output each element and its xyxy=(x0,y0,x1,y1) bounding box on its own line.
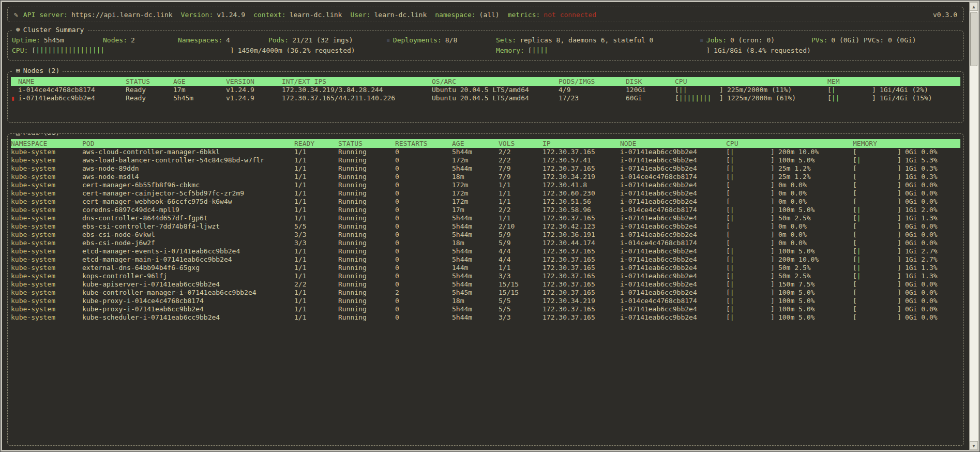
summary-usage-row: CPU:[|||||||||||||||||]1450m/4000m (36.2… xyxy=(11,46,960,56)
topbar: ✎ API server:https://api.learn-dc.linkVe… xyxy=(7,7,964,22)
pod-row[interactable]: kube-systemebs-csi-node-j6w2f3/3Running0… xyxy=(11,239,960,247)
cluster-memory-usage: Memory:[||||]1Gi/8Gi (8.4% requested) xyxy=(496,46,811,54)
cell-ip: 172.30.36.191 xyxy=(542,231,620,239)
cell-ip: 172.30.44.174 xyxy=(542,239,620,247)
vertical-scrollbar[interactable]: ▲ ▼ xyxy=(969,2,978,450)
pod-row[interactable]: kube-systemaws-cloud-controller-manager-… xyxy=(11,148,960,156)
cell-namespace: kube-system xyxy=(11,198,82,206)
cell-status: Running xyxy=(338,156,395,164)
stat-label: Jobs: xyxy=(706,36,727,44)
cell-cpu: []0m 0.0% xyxy=(726,222,853,231)
pod-cpu-bar-track: | xyxy=(730,305,771,313)
cell-restarts: 0 xyxy=(395,247,452,255)
pod-row[interactable]: kube-systemkube-controller-manager-i-071… xyxy=(11,289,960,297)
pods-table-header: NAMESPACEPODREADYSTATUSRESTARTSAGEVOLSIP… xyxy=(11,139,960,148)
pod-memory-bar: []0Gi 0.0% xyxy=(853,222,938,230)
pod-row[interactable]: kube-systemaws-load-balancer-controller-… xyxy=(11,156,960,164)
bracket-open: [ xyxy=(726,247,730,255)
node-row[interactable]: i-014ce4c4768cb8174Ready17mv1.24.9172.30… xyxy=(11,86,960,94)
pod-row[interactable]: kube-systemkops-controller-96lfj1/1Runni… xyxy=(11,272,960,280)
cell-status: Running xyxy=(338,214,395,222)
cell-restarts: 0 xyxy=(395,255,452,264)
cell-age: 5h44m xyxy=(452,305,499,313)
pod-row[interactable]: kube-systemkube-proxy-i-07141eab6cc9bb2e… xyxy=(11,305,960,313)
node-row-gutter xyxy=(11,86,18,94)
cpu-label: CPU: xyxy=(12,47,28,54)
cell-restarts: 0 xyxy=(395,280,452,289)
pod-memory-bar: []0Gi 0.0% xyxy=(853,181,938,189)
topbar-segment-value: learn-dc.link xyxy=(374,11,427,19)
scroll-up-button[interactable]: ▲ xyxy=(970,2,978,11)
cell-cpu: [|]50m 2.5% xyxy=(726,214,853,222)
col-memory: MEMORY xyxy=(853,139,960,148)
pod-row[interactable]: kube-systemcert-manager-6b55fb8f96-cbkmc… xyxy=(11,181,960,189)
topbar-segment-label: Version: xyxy=(181,11,214,19)
stat-label: Sets: xyxy=(496,36,516,44)
pod-memory-bar: []0Gi 0.0% xyxy=(853,148,938,156)
pod-row[interactable]: kube-systemetcd-manager-main-i-07141eab6… xyxy=(11,255,960,264)
cell-pod: kube-scheduler-i-07141eab6cc9bb2e4 xyxy=(82,313,294,322)
pod-row[interactable]: kube-systemkube-proxy-i-014ce4c4768cb817… xyxy=(11,297,960,305)
cell-age: 5h45m xyxy=(452,289,499,297)
cell-node: i-07141eab6cc9bb2e4 xyxy=(620,280,726,289)
cell-restarts: 0 xyxy=(395,206,452,214)
cell-memory: []0Gi 0.0% xyxy=(853,198,960,206)
stat-label: Uptime: xyxy=(12,36,40,44)
col-cpu: CPU xyxy=(726,139,853,148)
node-cpu-bar-value: 1225m/2000m (61%) xyxy=(727,94,796,102)
cell-age: 5h44m xyxy=(452,255,499,264)
pod-memory-bar: []0Gi 0.0% xyxy=(853,280,938,288)
stat-value: 2 xyxy=(131,36,135,44)
pod-row[interactable]: kube-systemkube-apiserver-i-07141eab6cc9… xyxy=(11,280,960,289)
cell-node: i-07141eab6cc9bb2e4 xyxy=(620,272,726,280)
bracket-close: ] xyxy=(897,272,901,280)
pod-cpu-bar-value: 150m 7.5% xyxy=(778,280,815,288)
cell-pod: kube-apiserver-i-07141eab6cc9bb2e4 xyxy=(82,280,294,289)
pod-row[interactable]: kube-systemexternal-dns-64bb94b4f6-65gxg… xyxy=(11,264,960,272)
pod-cpu-bar: []0m 0.0% xyxy=(726,181,807,189)
pod-row[interactable]: kube-systemkube-scheduler-i-07141eab6cc9… xyxy=(11,313,960,322)
pod-memory-bar-fill: | xyxy=(857,264,861,272)
pod-row[interactable]: kube-systemcert-manager-cainjector-5cf5b… xyxy=(11,189,960,198)
pod-cpu-bar-value: 50m 2.5% xyxy=(778,272,811,280)
bracket-open: [ xyxy=(726,222,730,230)
pod-cpu-bar-track: | xyxy=(730,247,771,255)
memory-bar-track: |||| xyxy=(532,46,706,54)
cell-pod: aws-load-balancer-controller-54c84c98bd-… xyxy=(82,156,294,164)
cell-vols: 2/2 xyxy=(499,156,542,164)
cell-pod: ebs-csi-controller-7dd74b8f4-ljwzt xyxy=(82,222,294,231)
bracket-close: ] xyxy=(771,313,775,321)
pod-cpu-bar-track: | xyxy=(730,156,771,164)
scrollbar-thumb[interactable] xyxy=(970,12,977,66)
cell-ip: 172.30.34.219 xyxy=(542,173,620,181)
pod-row[interactable]: kube-systemdns-controller-8644d657df-fgp… xyxy=(11,214,960,222)
pod-row[interactable]: kube-systemebs-csi-controller-7dd74b8f4-… xyxy=(11,222,960,231)
pod-row[interactable]: kube-systemcoredns-6897c49dc4-mpll91/1Ru… xyxy=(11,206,960,214)
pod-memory-bar-track xyxy=(857,198,897,206)
cell-memory: [|]1Gi 1.3% xyxy=(853,264,960,272)
pod-memory-bar-track xyxy=(857,297,897,305)
bracket-open: [ xyxy=(726,289,730,296)
summary-stat: Sets:replicas 8, daemons 6, stateful 0 xyxy=(496,36,653,44)
cell-memory: [|]1Gi 2.0% xyxy=(853,206,960,214)
pod-cpu-bar-track: | xyxy=(730,173,771,181)
cell-pod: cert-manager-6b55fb8f96-cbkmc xyxy=(82,181,294,189)
summary-stat: Uptime:5h45m xyxy=(12,36,64,44)
nodes-icon: ⊞ xyxy=(16,67,20,74)
pod-memory-bar: [|]1Gi 5.3% xyxy=(853,156,938,164)
cell-node: i-014ce4c4768cb8174 xyxy=(620,173,726,181)
pod-row[interactable]: kube-systemebs-csi-node-6vkwl3/3Running0… xyxy=(11,231,960,239)
pod-row[interactable]: kube-systemaws-node-msdl41/1Running018m7… xyxy=(11,173,960,181)
pod-cpu-bar-value: 50m 2.5% xyxy=(778,214,811,222)
bracket-close: ] xyxy=(897,289,901,296)
pod-row[interactable]: kube-systemcert-manager-webhook-66ccfc97… xyxy=(11,198,960,206)
pod-row[interactable]: kube-systemetcd-manager-events-i-07141ea… xyxy=(11,247,960,255)
pod-row[interactable]: kube-systemaws-node-89ddn1/1Running05h44… xyxy=(11,164,960,173)
pod-cpu-bar-value: 100m 5.0% xyxy=(778,305,815,313)
cell-node: i-07141eab6cc9bb2e4 xyxy=(620,148,726,156)
pod-memory-bar-value: 0Gi 0.0% xyxy=(905,222,938,230)
cell-cpu: [|]100m 5.0% xyxy=(726,156,853,164)
pod-memory-bar-track xyxy=(857,231,897,239)
scroll-down-button[interactable]: ▼ xyxy=(970,441,978,450)
node-row[interactable]: ▮i-07141eab6cc9bb2e4Ready5h45mv1.24.9172… xyxy=(11,94,960,102)
